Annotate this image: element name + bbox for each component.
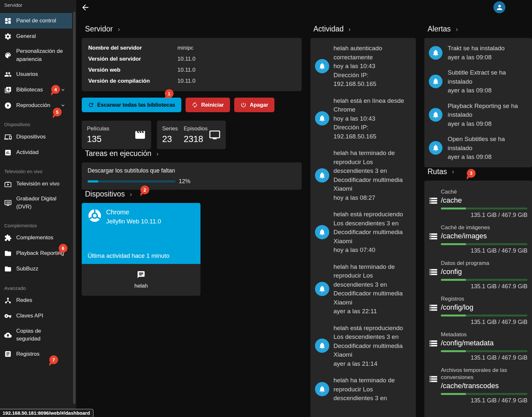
stat-value: 135	[87, 134, 109, 144]
sidebar-item-users[interactable]: Usuarios	[0, 66, 72, 82]
server-section-title[interactable]: Servidor	[82, 25, 302, 33]
power-icon	[240, 102, 247, 108]
sidebar-item-devices[interactable]: Dispositivos	[0, 129, 72, 145]
path-entry: Archivos temporales de las conversiones …	[429, 367, 527, 404]
sidebar: Servidor Panel de control General Person…	[0, 0, 76, 417]
chevron-right-icon	[155, 151, 160, 157]
server-info-label: Versión web	[88, 65, 177, 76]
activity-entry[interactable]: helah está en línea desde Chrome hoy a l…	[315, 96, 411, 141]
path-usage-text: 135.1 GiB / 467.9 GiB	[441, 282, 527, 290]
path-usage-fill	[441, 315, 466, 316]
alert-entry[interactable]: Open Subtitles se ha instalado ayer a la…	[429, 135, 527, 161]
sidebar-item-label: Grabador Digital (DVR)	[16, 195, 65, 211]
sidebar-header: Servidor	[0, 0, 72, 10]
activity-ip: Dirección IP: 192.168.50.165	[333, 123, 406, 141]
activity-time: ayer a las 22:11	[333, 307, 406, 316]
sidebar-item-libraries[interactable]: Bibliotecas	[0, 82, 72, 98]
device-card[interactable]: Chrome Jellyfin Web 10.11.0 Última activ…	[82, 203, 200, 296]
restart-button[interactable]: Reiniciar	[186, 98, 230, 112]
movies-stat-card[interactable]: Películas 135	[82, 121, 151, 149]
activity-entry[interactable]: helah ha terminado de reproducir Los des…	[315, 149, 411, 202]
path-info: Caché /cache 135.1 GiB / 467.9 GiB	[441, 188, 527, 219]
episodes-stat: Episodios 2318	[184, 125, 208, 144]
activity-entry[interactable]: helah ha terminado de reproducir Los des…	[315, 262, 411, 316]
tutorial-pin-3[interactable]: 3	[467, 169, 476, 178]
paths-section-title[interactable]: Rutas 3	[424, 167, 532, 176]
tutorial-pin-2[interactable]: 2	[140, 185, 149, 194]
sidebar-item-logs[interactable]: Registros	[0, 346, 72, 362]
tutorial-pin-7[interactable]: 7	[49, 355, 58, 364]
alert-text: Subtitle Extract se ha instalado ayer a …	[448, 68, 527, 95]
sidebar-item-dvr[interactable]: Grabador Digital (DVR)	[0, 192, 72, 214]
path-entry: Caché /cache 135.1 GiB / 467.9 GiB	[429, 188, 527, 219]
device-card-footer: helah	[82, 264, 200, 296]
paths-card: Caché /cache 135.1 GiB / 467.9 GiB Caché…	[424, 181, 532, 417]
activity-text: helah está reproduciendo Los descendient…	[333, 324, 406, 368]
tutorial-pin-4[interactable]: 4	[51, 85, 60, 94]
activity-message: helah está reproduciendo Los descendient…	[333, 324, 406, 359]
tutorial-pin-5[interactable]: 5	[53, 108, 62, 116]
alerts-section-title[interactable]: Alertas	[424, 25, 532, 33]
sidebar-item-label: Redes	[16, 296, 32, 304]
sidebar-item-general[interactable]: General	[0, 29, 72, 44]
activity-text: helah está en línea desde Chrome hoy a l…	[333, 96, 406, 141]
activity-time: hoy a las 08:27	[333, 193, 406, 202]
server-info-row: Nombre del servidor minipc	[88, 42, 295, 54]
server-info-label: Versión del servidor	[88, 54, 177, 65]
sidebar-item-branding[interactable]: Personalización de apariencia	[0, 44, 72, 66]
sidebar-scrollbar-thumb[interactable]	[73, 12, 76, 404]
sidebar-item-plugins[interactable]: Complementos	[0, 230, 72, 246]
sidebar-item-backups[interactable]: Copias de seguridad	[0, 324, 72, 346]
activity-entry[interactable]: helah está reproduciendo Los descendient…	[315, 210, 411, 255]
alert-entry[interactable]: Trakt se ha instalado ayer a las 09:08	[429, 44, 527, 62]
storage-icon	[429, 303, 438, 311]
activity-entry[interactable]: helah ha terminado de reproducir Los des…	[315, 376, 411, 403]
path-entry: Datos del programa /config 135.1 GiB / 4…	[429, 260, 527, 290]
path-usage-text: 135.1 GiB / 467.9 GiB	[441, 354, 527, 362]
alert-text: Playback Reporting se ha instalado ayer …	[448, 101, 527, 128]
chevron-down-icon[interactable]	[60, 87, 66, 93]
activity-entry[interactable]: helah está reproduciendo Los descendient…	[315, 324, 411, 368]
bell-icon	[429, 46, 442, 60]
activity-entry[interactable]: helah autenticado correctamente hoy a la…	[315, 44, 411, 89]
sidebar-scrollbar[interactable]	[73, 0, 76, 417]
sidebar-item-dashboard[interactable]: Panel de control	[0, 13, 72, 29]
sidebar-item-api-keys[interactable]: Claves API	[0, 308, 72, 324]
devices-section-title[interactable]: Dispositivos 2	[82, 190, 302, 198]
alert-entry[interactable]: Playback Reporting se ha instalado ayer …	[429, 101, 527, 128]
sidebar-nav: Panel de control General Personalización…	[0, 13, 72, 362]
shutdown-button[interactable]: Apagar	[234, 98, 274, 112]
alert-text: Trakt se ha instalado ayer a las 09:08	[448, 44, 527, 62]
restart-icon	[192, 102, 198, 108]
cloud-upload-icon	[4, 331, 12, 339]
activity-time: hoy a las 10:43	[333, 62, 406, 71]
device-card-top: Chrome Jellyfin Web 10.11.0 Última activ…	[82, 203, 200, 264]
library-icon	[4, 86, 12, 94]
series-stat-card[interactable]: Series 23 Episodios 2318	[157, 121, 226, 149]
sidebar-item-networking[interactable]: Redes	[0, 293, 72, 308]
library-stats: Películas 135 Series 23 Episodios 2318	[82, 121, 302, 149]
folder-icon	[4, 265, 12, 273]
server-info-row: Versión del servidor 10.11.0	[88, 54, 295, 65]
path-value: /config	[441, 267, 527, 277]
bar-chart-icon	[4, 149, 12, 156]
sidebar-item-livetv[interactable]: Televisión en vivo	[0, 176, 72, 192]
chevron-down-icon[interactable]	[60, 102, 66, 108]
alert-entry[interactable]: Subtitle Extract se ha instalado ayer a …	[429, 68, 527, 95]
section-title-text: Alertas	[428, 25, 451, 33]
running-tasks-section-title[interactable]: Tareas en ejecución	[82, 149, 302, 158]
server-info-row: Versión de compilación 10.11.0	[88, 76, 295, 87]
clapperboard-icon	[134, 129, 146, 141]
sidebar-item-subbuzz[interactable]: SubBuzz	[0, 261, 72, 277]
sidebar-item-label: Copias de seguridad	[16, 327, 65, 343]
series-stat: Series 23	[162, 125, 178, 144]
live-tv-icon	[4, 180, 12, 188]
sidebar-item-activity[interactable]: Actividad	[0, 145, 72, 160]
tutorial-pin-6[interactable]: 6	[59, 244, 67, 253]
tutorial-pin-1[interactable]: 1	[165, 89, 174, 98]
activity-section-title[interactable]: Actividad	[310, 25, 416, 33]
sidebar-item-label: Personalización de apariencia	[16, 47, 65, 63]
activity-text: helah ha terminado de reproducir Los des…	[333, 262, 406, 316]
alert-time: ayer a las 09:08	[448, 119, 527, 128]
chevron-right-icon	[347, 27, 352, 32]
